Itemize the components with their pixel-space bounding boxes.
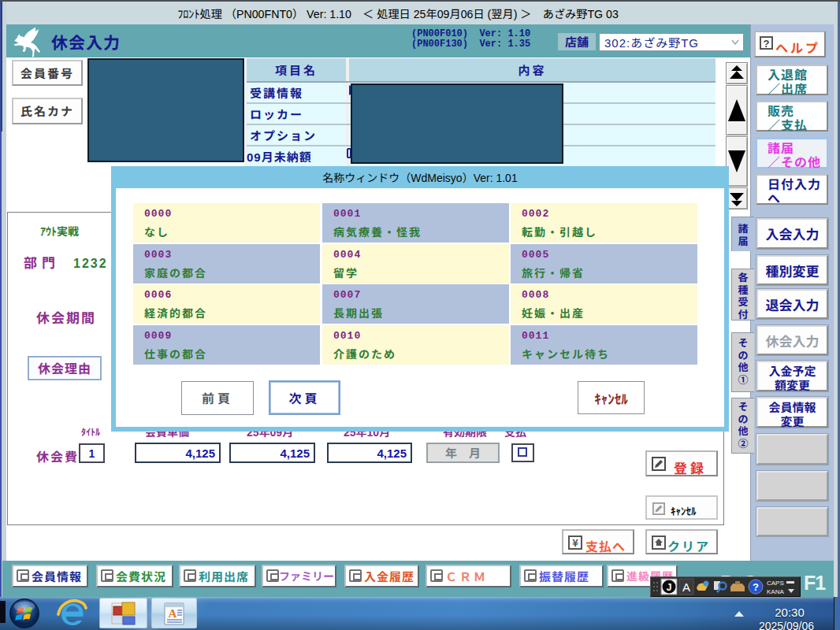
- svg-text:J: J: [667, 582, 672, 593]
- svg-text:CAPS: CAPS: [767, 580, 784, 587]
- svg-text:A: A: [169, 607, 177, 620]
- svg-text:A: A: [682, 580, 690, 594]
- svg-text:KANA: KANA: [767, 588, 784, 595]
- svg-text:?: ?: [753, 581, 759, 593]
